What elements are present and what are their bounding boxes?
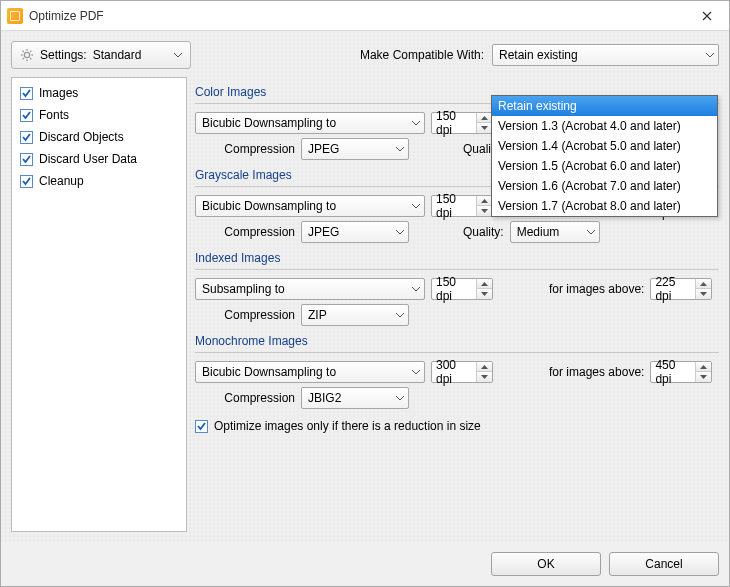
sidebar-item-label: Fonts bbox=[39, 108, 69, 122]
indexed-above-spinner[interactable]: 225 dpi bbox=[650, 278, 712, 300]
section-mono-header: Monochrome Images bbox=[195, 330, 719, 353]
sidebar-item-fonts[interactable]: Fonts bbox=[12, 104, 186, 126]
cancel-button[interactable]: Cancel bbox=[609, 552, 719, 576]
sidebar-item-label: Cleanup bbox=[39, 174, 84, 188]
color-dpi-spinner[interactable]: 150 dpi bbox=[431, 112, 493, 134]
settings-label: Settings: bbox=[40, 48, 87, 62]
quality-label: Quality: bbox=[463, 225, 504, 239]
app-icon bbox=[7, 8, 23, 24]
spin-down[interactable] bbox=[477, 123, 492, 133]
ok-button[interactable]: OK bbox=[491, 552, 601, 576]
indexed-dpi-spinner[interactable]: 150 dpi bbox=[431, 278, 493, 300]
compat-dropdown[interactable]: Retain existing bbox=[492, 44, 719, 66]
settings-dropdown[interactable]: Settings: Standard bbox=[11, 41, 191, 69]
spin-down[interactable] bbox=[477, 289, 492, 299]
settings-value: Standard bbox=[93, 48, 142, 62]
svg-line-7 bbox=[23, 58, 24, 59]
gray-quality[interactable]: Medium bbox=[510, 221, 600, 243]
section-indexed-header: Indexed Images bbox=[195, 247, 719, 270]
top-row: Settings: Standard Make Compatible With:… bbox=[11, 41, 719, 69]
checkbox[interactable] bbox=[20, 131, 33, 144]
chevron-down-icon bbox=[412, 370, 420, 375]
checkbox[interactable] bbox=[20, 87, 33, 100]
gray-compression[interactable]: JPEG bbox=[301, 221, 409, 243]
spin-up[interactable] bbox=[477, 196, 492, 206]
spin-up[interactable] bbox=[696, 279, 711, 289]
checkbox[interactable] bbox=[20, 175, 33, 188]
chevron-down-icon bbox=[396, 147, 404, 152]
mono-downsample-mode[interactable]: Bicubic Downsampling to bbox=[195, 361, 425, 383]
compression-label: Compression bbox=[195, 391, 295, 405]
optimize-pdf-dialog: Optimize PDF Settings: Standard Make Com… bbox=[0, 0, 730, 587]
chevron-down-icon bbox=[396, 396, 404, 401]
chevron-down-icon bbox=[396, 313, 404, 318]
checkbox[interactable] bbox=[20, 153, 33, 166]
compat-label: Make Compatible With: bbox=[360, 48, 484, 62]
spin-down[interactable] bbox=[477, 206, 492, 216]
sidebar-item-label: Discard User Data bbox=[39, 152, 137, 166]
indexed-downsample-mode[interactable]: Subsampling to bbox=[195, 278, 425, 300]
sidebar-item-label: Images bbox=[39, 86, 78, 100]
dialog-body: Settings: Standard Make Compatible With:… bbox=[1, 31, 729, 542]
spin-down[interactable] bbox=[696, 289, 711, 299]
optimize-only-label: Optimize images only if there is a reduc… bbox=[214, 419, 481, 433]
gray-downsample-mode[interactable]: Bicubic Downsampling to bbox=[195, 195, 425, 217]
compression-label: Compression bbox=[195, 225, 295, 239]
svg-line-8 bbox=[30, 51, 31, 52]
spin-up[interactable] bbox=[477, 113, 492, 123]
chevron-down-icon bbox=[412, 287, 420, 292]
optimize-only-row[interactable]: Optimize images only if there is a reduc… bbox=[195, 419, 719, 433]
chevron-down-icon bbox=[412, 204, 420, 209]
svg-line-5 bbox=[23, 51, 24, 52]
compression-label: Compression bbox=[195, 142, 295, 156]
dialog-footer: OK Cancel bbox=[1, 542, 729, 586]
chevron-down-icon bbox=[412, 121, 420, 126]
for-above-label: for images above: bbox=[549, 282, 644, 296]
spin-up[interactable] bbox=[696, 362, 711, 372]
svg-line-6 bbox=[30, 58, 31, 59]
compat-dropdown-list[interactable]: Retain existing Version 1.3 (Acrobat 4.0… bbox=[491, 95, 718, 217]
compat-option[interactable]: Version 1.3 (Acrobat 4.0 and later) bbox=[492, 116, 717, 136]
close-button[interactable] bbox=[687, 2, 727, 30]
mono-dpi-spinner[interactable]: 300 dpi bbox=[431, 361, 493, 383]
compat-option[interactable]: Version 1.5 (Acrobat 6.0 and later) bbox=[492, 156, 717, 176]
color-downsample-mode[interactable]: Bicubic Downsampling to bbox=[195, 112, 425, 134]
sidebar-item-discard-user-data[interactable]: Discard User Data bbox=[12, 148, 186, 170]
titlebar: Optimize PDF bbox=[1, 1, 729, 31]
compat-option[interactable]: Retain existing bbox=[492, 96, 717, 116]
spin-up[interactable] bbox=[477, 279, 492, 289]
compat-value: Retain existing bbox=[499, 48, 702, 62]
spin-up[interactable] bbox=[477, 362, 492, 372]
svg-point-0 bbox=[24, 52, 29, 57]
sidebar-item-discard-objects[interactable]: Discard Objects bbox=[12, 126, 186, 148]
category-sidebar: Images Fonts Discard Objects Discard Use… bbox=[11, 77, 187, 532]
mono-compression[interactable]: JBIG2 bbox=[301, 387, 409, 409]
for-above-label: for images above: bbox=[549, 365, 644, 379]
compat-option[interactable]: Version 1.4 (Acrobat 5.0 and later) bbox=[492, 136, 717, 156]
chevron-down-icon bbox=[396, 230, 404, 235]
sidebar-item-images[interactable]: Images bbox=[12, 82, 186, 104]
compat-option[interactable]: Version 1.6 (Acrobat 7.0 and later) bbox=[492, 176, 717, 196]
gray-dpi-spinner[interactable]: 150 dpi bbox=[431, 195, 493, 217]
close-icon bbox=[702, 11, 712, 21]
chevron-down-icon bbox=[174, 53, 182, 58]
mono-above-spinner[interactable]: 450 dpi bbox=[650, 361, 712, 383]
spin-down[interactable] bbox=[696, 372, 711, 382]
compression-label: Compression bbox=[195, 308, 295, 322]
compat-option[interactable]: Version 1.7 (Acrobat 8.0 and later) bbox=[492, 196, 717, 216]
color-compression[interactable]: JPEG bbox=[301, 138, 409, 160]
indexed-compression[interactable]: ZIP bbox=[301, 304, 409, 326]
chevron-down-icon bbox=[706, 53, 714, 58]
sidebar-item-cleanup[interactable]: Cleanup bbox=[12, 170, 186, 192]
gear-icon bbox=[20, 48, 34, 62]
spin-down[interactable] bbox=[477, 372, 492, 382]
checkbox[interactable] bbox=[20, 109, 33, 122]
checkbox[interactable] bbox=[195, 420, 208, 433]
sidebar-item-label: Discard Objects bbox=[39, 130, 124, 144]
chevron-down-icon bbox=[587, 230, 595, 235]
window-title: Optimize PDF bbox=[29, 9, 687, 23]
